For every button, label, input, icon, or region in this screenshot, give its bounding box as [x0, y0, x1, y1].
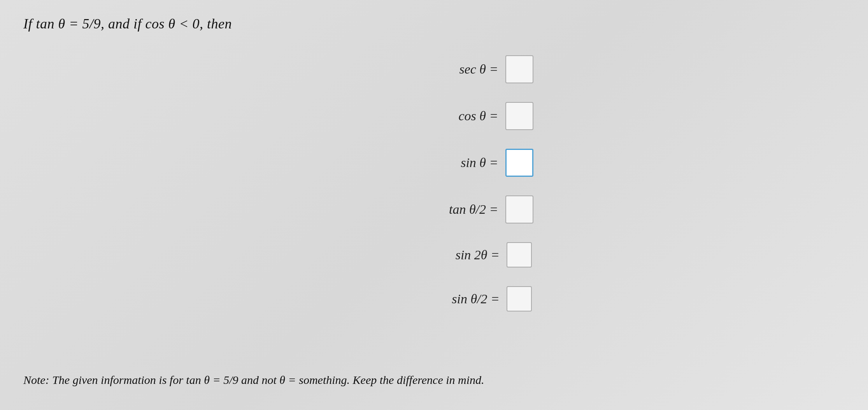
note-text: Note: The given information is for tan θ… [23, 373, 484, 386]
sin-half-theta-label: sin θ/2 = [414, 292, 500, 306]
sin-theta-label: sin θ = [413, 155, 498, 170]
equations-container: sec θ = cos θ = sin θ = tan θ/2 = sin 2θ… [23, 55, 845, 311]
tan-half-theta-label: tan θ/2 = [413, 202, 498, 217]
sin-2theta-label: sin 2θ = [414, 248, 500, 262]
problem-text: If tan θ = 5/9, and if cos θ < 0, then [23, 16, 232, 32]
cos-theta-input[interactable] [505, 102, 533, 130]
sec-theta-input[interactable] [505, 55, 533, 83]
equation-row-sec: sec θ = [298, 55, 648, 83]
cos-theta-label: cos θ = [413, 109, 498, 123]
page-container: If tan θ = 5/9, and if cos θ < 0, then s… [0, 0, 868, 410]
tan-half-theta-input[interactable] [505, 195, 533, 223]
equation-row-sin: sin θ = [298, 149, 648, 177]
sin-theta-input[interactable] [505, 149, 533, 177]
sin-half-theta-input[interactable] [507, 286, 532, 311]
sec-theta-label: sec θ = [413, 62, 498, 77]
problem-statement: If tan θ = 5/9, and if cos θ < 0, then [23, 16, 845, 32]
equation-row-tan-half: tan θ/2 = [298, 195, 648, 223]
note-section: Note: The given information is for tan θ… [23, 373, 845, 387]
sin-2theta-input[interactable] [507, 242, 532, 267]
equation-row-sin-half: sin θ/2 = [298, 286, 648, 311]
equation-row-sin2: sin 2θ = [298, 242, 648, 267]
equation-row-cos: cos θ = [298, 102, 648, 130]
